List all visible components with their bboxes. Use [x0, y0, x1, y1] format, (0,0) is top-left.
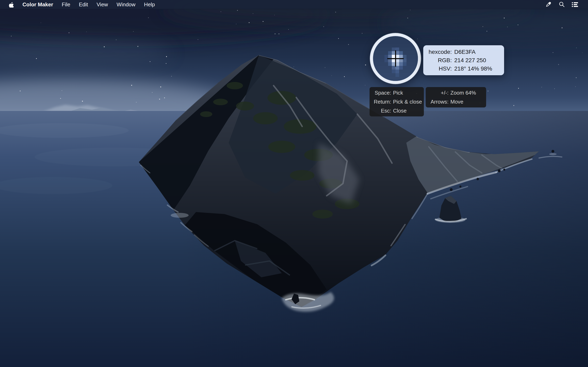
- menu-file[interactable]: File: [62, 1, 70, 8]
- color-info-panel: hexcode: D6E3FA RGB: 214 227 250 HSV: 21…: [423, 45, 504, 75]
- shortcut-return-action: Pick & close: [393, 97, 422, 106]
- rgb-label: RGB:: [426, 56, 452, 64]
- apple-icon: [9, 1, 14, 8]
- shortcut-arrows: Arrows: Move: [429, 97, 483, 106]
- menu-bar: Color Maker File Edit View Window Help: [0, 0, 588, 9]
- shortcuts-panel-zoom: +/-: Zoom 64% Arrows: Move: [426, 87, 486, 108]
- search-icon[interactable]: [558, 1, 565, 8]
- hexcode-row: hexcode: D6E3FA: [426, 48, 501, 56]
- rgb-row: RGB: 214 227 250: [426, 56, 501, 64]
- shortcut-zoom: +/-: Zoom 64%: [429, 88, 483, 97]
- menu-help[interactable]: Help: [144, 1, 155, 8]
- hexcode-value: D6E3FA: [454, 48, 501, 56]
- ocean-sheen-1: [0, 123, 129, 138]
- shortcut-return: Return: Pick & close: [372, 97, 421, 106]
- menu-window[interactable]: Window: [117, 1, 135, 8]
- menu-view[interactable]: View: [96, 1, 108, 8]
- app-menu-title[interactable]: Color Maker: [22, 1, 53, 8]
- desktop: Color Maker File Edit View Window Help: [0, 0, 588, 367]
- shortcut-space: Space: Pick: [372, 88, 421, 97]
- shortcut-esc: Esc: Close: [372, 106, 421, 115]
- shortcut-zoom-key: +/-:: [429, 88, 449, 97]
- shortcut-esc-action: Close: [393, 106, 421, 115]
- shortcut-zoom-action: Zoom 64%: [450, 88, 483, 97]
- list-menu-icon[interactable]: [571, 1, 579, 8]
- hsv-label: HSV:: [426, 64, 452, 73]
- menu-edit[interactable]: Edit: [79, 1, 88, 8]
- shortcut-space-action: Pick: [393, 88, 421, 97]
- shortcuts-panel-pick: Space: Pick Return: Pick & close Esc: Cl…: [370, 87, 424, 117]
- eyedropper-icon[interactable]: [545, 1, 552, 8]
- shortcut-arrows-key: Arrows:: [429, 97, 449, 106]
- rgb-value: 214 227 250: [454, 56, 501, 64]
- color-picker-loupe[interactable]: [370, 33, 421, 84]
- shortcut-arrows-action: Move: [450, 97, 483, 106]
- hsv-row: HSV: 218° 14% 98%: [426, 64, 501, 73]
- shortcut-esc-key: Esc:: [372, 106, 391, 115]
- loupe-magnified-view: [373, 36, 418, 81]
- hexcode-label: hexcode:: [426, 48, 452, 56]
- crosshair-icon: [395, 50, 396, 67]
- shortcut-return-key: Return:: [372, 97, 391, 106]
- apple-menu[interactable]: [9, 1, 14, 8]
- shortcut-space-key: Space:: [372, 88, 391, 97]
- hsv-value: 218° 14% 98%: [454, 64, 501, 73]
